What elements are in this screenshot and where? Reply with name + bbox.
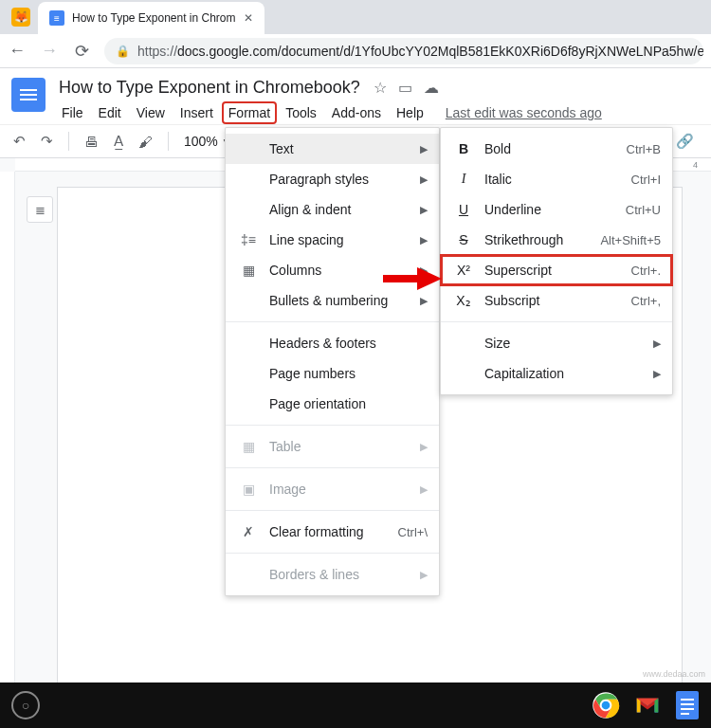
menu-format[interactable]: Format xyxy=(222,101,277,124)
chevron-right-icon: ▶ xyxy=(420,295,428,307)
format-item-headers-footers[interactable]: Headers & footers xyxy=(226,328,439,358)
menu-separator xyxy=(226,425,439,426)
menu-separator xyxy=(226,321,439,322)
format-item-page-orientation[interactable]: Page orientation xyxy=(226,389,439,419)
menu-item-label: Page orientation xyxy=(269,396,428,411)
chevron-right-icon: ▶ xyxy=(420,204,428,216)
address-bar[interactable]: 🔒 https://docs.google.com/document/d/1Yf… xyxy=(104,38,703,64)
chevron-right-icon: ▶ xyxy=(420,441,428,453)
menu-separator xyxy=(226,510,439,511)
separator xyxy=(168,132,169,151)
text-item-capitalization[interactable]: Capitalization▶ xyxy=(441,358,672,389)
format-item-columns[interactable]: ▦Columns▶ xyxy=(226,255,439,285)
watermark: www.dedaa.com xyxy=(643,669,705,679)
format-dropdown: Text▶Paragraph styles▶Align & indent▶‡≡L… xyxy=(225,127,440,596)
star-icon[interactable]: ☆ xyxy=(374,79,387,97)
text-submenu: BBoldCtrl+BIItalicCtrl+IUUnderlineCtrl+U… xyxy=(440,127,673,395)
browser-toolbar: ← → ⟳ 🔒 https://docs.google.com/document… xyxy=(0,34,711,68)
chevron-right-icon: ▶ xyxy=(653,368,661,380)
format-item-line-spacing[interactable]: ‡≡Line spacing▶ xyxy=(226,225,439,255)
shortcut-label: Ctrl+, xyxy=(631,294,661,308)
outline-toggle-icon[interactable]: ≣ xyxy=(27,196,53,223)
move-icon[interactable]: ▭ xyxy=(398,79,412,97)
chrome-icon[interactable] xyxy=(592,691,620,719)
menu-edit[interactable]: Edit xyxy=(92,101,128,124)
docs-app-icon[interactable] xyxy=(675,691,700,719)
menu-file[interactable]: File xyxy=(55,101,90,124)
shortcut-label: Ctrl+. xyxy=(631,264,661,278)
vertical-ruler[interactable] xyxy=(0,172,15,728)
separator xyxy=(68,132,69,151)
menu-tools[interactable]: Tools xyxy=(279,101,323,124)
format-item-text[interactable]: Text▶ xyxy=(226,134,439,164)
text-item-superscript[interactable]: X²SuperscriptCtrl+. xyxy=(441,255,672,285)
docs-favicon: ≡ xyxy=(49,10,64,26)
reload-button[interactable]: ⟳ xyxy=(72,41,91,62)
url-protocol: https:// xyxy=(137,44,177,59)
menu-item-label: Underline xyxy=(484,202,614,217)
taskbar: ○ xyxy=(0,682,711,728)
menu-item-label: Page numbers xyxy=(269,366,428,381)
text-item-subscript[interactable]: X₂SubscriptCtrl+, xyxy=(441,285,672,316)
shortcut-label: Ctrl+U xyxy=(626,203,661,217)
image-icon: ▣ xyxy=(239,482,258,497)
clear-formatting-icon: ✗ xyxy=(239,524,258,539)
redo-icon[interactable]: ↷ xyxy=(41,133,53,150)
chevron-right-icon: ▶ xyxy=(420,483,428,496)
forward-button: → xyxy=(40,41,59,61)
svg-rect-6 xyxy=(681,703,694,705)
menu-separator xyxy=(226,553,439,554)
document-title[interactable]: How to Type Exponent in Chromebook? xyxy=(55,76,364,100)
menu-item-label: Subscript xyxy=(484,293,620,308)
menu-item-label: Table xyxy=(269,439,409,454)
paint-format-icon[interactable]: 🖌 xyxy=(138,134,153,150)
format-item-bullets-numbering[interactable]: Bullets & numbering▶ xyxy=(226,285,439,316)
menu-addons[interactable]: Add-ons xyxy=(325,101,388,124)
columns-icon: ▦ xyxy=(239,263,258,278)
text-item-strikethrough[interactable]: SStrikethroughAlt+Shift+5 xyxy=(441,225,672,255)
menu-view[interactable]: View xyxy=(130,101,172,124)
menu-item-label: Image xyxy=(269,482,409,497)
insert-link-icon[interactable]: 🔗 xyxy=(676,133,694,150)
launcher-button[interactable]: ○ xyxy=(11,691,40,719)
spellcheck-icon[interactable]: A̲ xyxy=(114,133,123,150)
print-icon[interactable]: 🖶 xyxy=(84,134,99,150)
format-item-page-numbers[interactable]: Page numbers xyxy=(226,358,439,389)
tab-title: How to Type Exponent in Chrom xyxy=(72,11,236,25)
strikethrough-icon: S xyxy=(454,232,473,247)
chevron-right-icon: ▶ xyxy=(420,173,428,186)
text-item-italic[interactable]: IItalicCtrl+I xyxy=(441,164,672,194)
bold-icon: B xyxy=(454,141,473,156)
format-item-clear-formatting[interactable]: ✗Clear formattingCtrl+\ xyxy=(226,517,439,547)
format-item-paragraph-styles[interactable]: Paragraph styles▶ xyxy=(226,164,439,194)
browser-tab[interactable]: ≡ How to Type Exponent in Chrom ✕ xyxy=(38,2,264,34)
menu-item-label: Strikethrough xyxy=(484,232,589,247)
cloud-icon[interactable]: ☁ xyxy=(424,79,439,97)
format-item-image: ▣Image▶ xyxy=(226,474,439,504)
menu-help[interactable]: Help xyxy=(390,101,430,124)
format-item-borders-lines: Borders & lines▶ xyxy=(226,559,439,590)
text-item-size[interactable]: Size▶ xyxy=(441,328,672,358)
text-item-underline[interactable]: UUnderlineCtrl+U xyxy=(441,194,672,225)
close-tab-icon[interactable]: ✕ xyxy=(244,11,253,25)
table-icon: ▦ xyxy=(239,439,258,454)
format-item-align-indent[interactable]: Align & indent▶ xyxy=(226,194,439,225)
text-item-bold[interactable]: BBoldCtrl+B xyxy=(441,134,672,164)
menu-item-label: Align & indent xyxy=(269,202,409,217)
svg-rect-8 xyxy=(681,713,689,715)
menu-item-label: Capitalization xyxy=(484,366,642,381)
underline-icon: U xyxy=(454,202,473,217)
last-edit-link[interactable]: Last edit was seconds ago xyxy=(446,105,602,120)
menu-insert[interactable]: Insert xyxy=(173,101,220,124)
gmail-icon[interactable] xyxy=(633,691,662,719)
menu-item-label: Headers & footers xyxy=(269,336,428,351)
chevron-right-icon: ▶ xyxy=(420,234,428,246)
back-button[interactable]: ← xyxy=(8,41,27,61)
chevron-right-icon: ▶ xyxy=(420,569,428,581)
format-item-table: ▦Table▶ xyxy=(226,431,439,462)
home-favicon[interactable]: 🦊 xyxy=(11,8,30,27)
menu-item-label: Columns xyxy=(269,263,409,278)
menu-item-label: Line spacing xyxy=(269,232,409,247)
docs-logo[interactable] xyxy=(11,78,46,112)
undo-icon[interactable]: ↶ xyxy=(13,133,26,150)
